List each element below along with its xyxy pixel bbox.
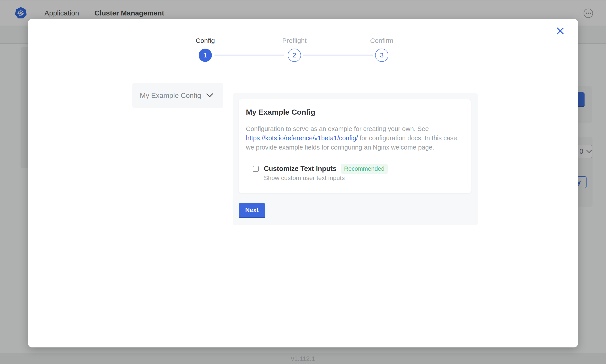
step-connector [214, 54, 284, 56]
checkbox-help-text: Show custom user text inputs [264, 174, 345, 182]
config-group-description: Configuration to serve as an example for… [246, 124, 465, 152]
checkbox-label[interactable]: Customize Text Inputs [264, 165, 336, 173]
config-group-card: My Example Config Configuration to serve… [239, 99, 471, 193]
docs-link[interactable]: https://kots.io/reference/v1beta1/config… [246, 134, 358, 142]
step-circle-confirm[interactable]: 3 [375, 49, 388, 62]
next-button[interactable]: Next [239, 203, 265, 217]
step-label-preflight: Preflight [282, 37, 306, 44]
config-wizard-modal: Config Preflight Confirm 1 2 3 My Exampl… [28, 19, 578, 347]
config-group-dropdown[interactable]: My Example Config [132, 83, 223, 108]
chevron-down-icon [206, 93, 213, 98]
customize-text-inputs-checkbox[interactable] [253, 166, 259, 172]
checkbox-row: Customize Text Inputs Recommended [253, 164, 388, 174]
step-connector [303, 54, 373, 56]
config-group-title: My Example Config [246, 108, 315, 117]
step-label-config: Config [196, 37, 215, 44]
step-label-confirm: Confirm [370, 37, 393, 44]
recommended-badge: Recommended [341, 164, 387, 174]
screen: Application Cluster Management 0 [0, 0, 606, 364]
description-line: Configuration to serve as an example for… [246, 124, 465, 133]
config-panel: My Example Config Configuration to serve… [233, 93, 478, 225]
step-circle-config[interactable]: 1 [199, 49, 212, 62]
close-icon[interactable] [556, 27, 565, 36]
config-group-dropdown-label: My Example Config [140, 91, 201, 100]
step-circle-preflight[interactable]: 2 [288, 49, 301, 62]
description-line: https://kots.io/reference/v1beta1/config… [246, 133, 465, 143]
description-line: we provide example fields for configurin… [246, 143, 465, 152]
